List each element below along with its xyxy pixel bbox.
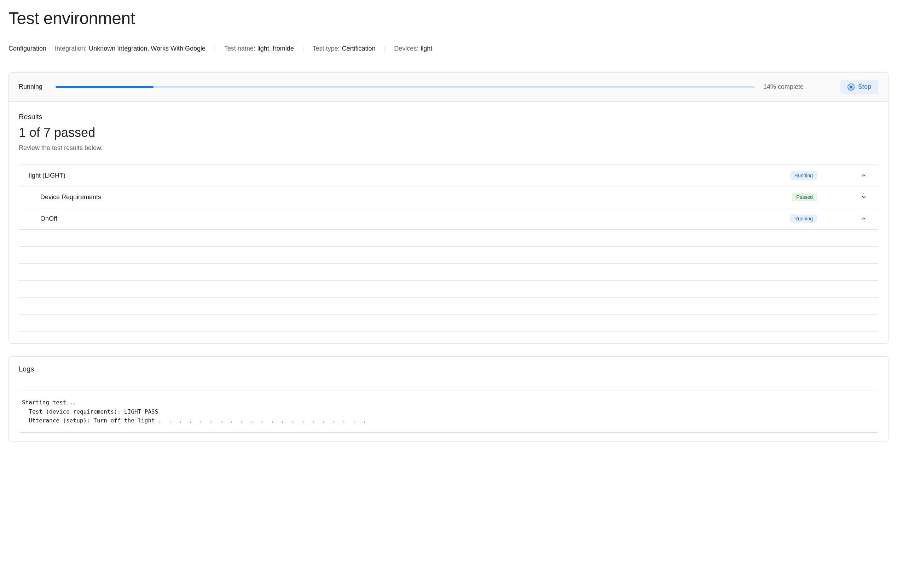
status-bar: Running 14% complete Stop: [9, 72, 888, 101]
status-badge: Running: [790, 214, 817, 223]
result-name: Device Requirements: [40, 193, 792, 201]
config-test-type: Test type: Certification: [312, 45, 375, 52]
config-integration: Integration: Unknown Integration, Works …: [55, 45, 205, 52]
results-section: Results 1 of 7 passed Review the test re…: [9, 101, 888, 343]
results-card: Running 14% complete Stop Results 1 of 7…: [9, 72, 888, 343]
result-row-empty: [19, 263, 878, 280]
config-label: Configuration: [9, 45, 46, 52]
result-row-empty: [19, 230, 878, 247]
divider: |: [214, 45, 216, 52]
config-test-name-label: Test name:: [224, 45, 256, 52]
result-row-onoff[interactable]: OnOff Running: [19, 208, 878, 230]
results-summary: 1 of 7 passed: [19, 125, 878, 140]
results-title: Results: [19, 113, 878, 121]
progress-fill: [55, 86, 153, 88]
status-badge: Passed: [792, 193, 817, 201]
config-integration-value: Unknown Integration, Works With Google: [89, 45, 205, 52]
result-row-empty: [19, 280, 878, 297]
chevron-up-icon: [860, 214, 868, 223]
result-row-empty: [19, 297, 878, 314]
results-subtitle: Review the test results below.: [19, 144, 878, 152]
stop-icon: [848, 84, 854, 90]
result-row-empty: [19, 247, 878, 263]
config-devices: Devices: light: [394, 45, 432, 52]
result-name: OnOff: [40, 215, 790, 222]
config-test-name: Test name: light_fromide: [224, 45, 294, 52]
result-name: light (LIGHT): [29, 172, 790, 179]
progress-text: 14% complete: [763, 83, 804, 90]
chevron-up-icon: [860, 171, 868, 180]
config-devices-value: light: [421, 45, 432, 52]
config-devices-label: Devices:: [394, 45, 418, 52]
divider: |: [384, 45, 386, 52]
stop-button[interactable]: Stop: [840, 80, 878, 94]
configuration-bar: Configuration Integration: Unknown Integ…: [9, 45, 888, 52]
logs-header: Logs: [9, 357, 888, 382]
logs-container: Starting test... Test (device requiremen…: [19, 390, 878, 433]
divider: |: [302, 45, 304, 52]
stop-button-label: Stop: [858, 83, 871, 90]
status-label: Running: [19, 83, 47, 90]
result-row-light[interactable]: light (LIGHT) Running: [19, 165, 878, 187]
config-test-name-value: light_fromide: [257, 45, 294, 52]
page-title: Test environment: [9, 9, 888, 28]
logs-card: Logs Starting test... Test (device requi…: [9, 356, 888, 441]
result-row-device-requirements[interactable]: Device Requirements Passed: [19, 187, 878, 208]
config-integration-label: Integration:: [55, 45, 87, 52]
status-badge: Running: [790, 171, 817, 180]
result-row-empty: [19, 314, 878, 331]
results-table: light (LIGHT) Running Device Requirement…: [19, 164, 878, 332]
logs-title: Logs: [19, 365, 878, 373]
config-test-type-label: Test type:: [312, 45, 340, 52]
logs-body: Starting test... Test (device requiremen…: [9, 382, 888, 441]
chevron-down-icon: [860, 193, 868, 201]
config-test-type-value: Certification: [342, 45, 376, 52]
progress-bar: [55, 86, 755, 88]
logs-content: Starting test... Test (device requiremen…: [22, 398, 875, 425]
